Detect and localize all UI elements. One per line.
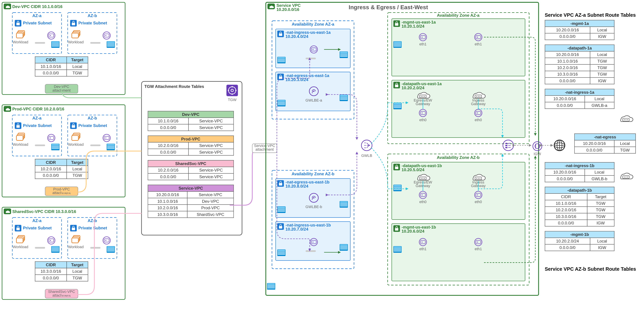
svc-rt-a-title: Service VPC AZ-a Subnet Route Tables bbox=[545, 12, 636, 18]
svg-text:AZ-b: AZ-b bbox=[88, 116, 97, 120]
svg-rect-56 bbox=[35, 145, 45, 146]
svg-text:Workload: Workload bbox=[13, 142, 28, 147]
svc-cidr: 10.20.0.0/16 bbox=[276, 7, 299, 12]
svg-text:eth0: eth0 bbox=[419, 200, 426, 204]
az-a-lbl-r: Availability Zone AZ-a bbox=[437, 13, 480, 17]
tgw-Service-VPC: Service-VPC10.20.0.0/16Service-VPC10.1.0… bbox=[148, 185, 234, 226]
svg-text:-nat-ingress-us-east-1b: -nat-ingress-us-east-1b bbox=[286, 223, 331, 227]
tgw-Dev-VPC: Dev-VPC10.1.0.0/16Service-VPC0.0.0.0/0Se… bbox=[148, 111, 234, 139]
rt--datapath-1b: -datapath-1bCIDRTarget10.1.0.0/16TGW10.2… bbox=[545, 187, 614, 234]
az-b-lbl-r: Availability Zone AZ-b bbox=[437, 155, 480, 160]
svg-text:Private Subnet: Private Subnet bbox=[23, 123, 52, 128]
svg-text:eth0: eth0 bbox=[475, 200, 482, 204]
svg-text:GWLBE-b: GWLBE-b bbox=[306, 205, 322, 209]
Dev-VPC-rt: CIDRTarget10.1.0.0/16Local0.0.0.0/0TGW bbox=[35, 56, 88, 81]
tgw-Prod-VPC: Prod-VPC10.2.0.0/16Service-VPC0.0.0.0/0S… bbox=[148, 136, 234, 163]
svc-att-l2: attachment bbox=[256, 147, 274, 152]
svg-text:-nat-ingress-us-east-1a: -nat-ingress-us-east-1a bbox=[286, 30, 331, 35]
svg-text:AZ-b: AZ-b bbox=[88, 13, 97, 18]
svg-text:Private Subnet: Private Subnet bbox=[23, 226, 52, 230]
gwlb-icon bbox=[362, 140, 372, 151]
svg-text:eth0: eth0 bbox=[419, 118, 426, 122]
svg-text:eth0: eth0 bbox=[475, 118, 482, 122]
svg-text:-datapath-us-east-1b: -datapath-us-east-1b bbox=[402, 163, 442, 168]
svg-text:Workload: Workload bbox=[13, 40, 28, 44]
tgw-title: TGW Attachment Route Tables bbox=[144, 84, 204, 89]
svg-rect-49 bbox=[90, 42, 100, 44]
svg-rect-71 bbox=[90, 247, 100, 249]
svg-text:-nat-egress-us-east-1b: -nat-egress-us-east-1b bbox=[286, 180, 329, 184]
svg-text:AZ-a: AZ-a bbox=[32, 116, 42, 120]
svg-text:10.20.4.0/24: 10.20.4.0/24 bbox=[286, 34, 308, 39]
diagram-canvas: Dev-VPC CIDR 10.1.0.0/16AZ-aPrivate Subn… bbox=[0, 0, 644, 312]
rt--nat-ingress-1b: -nat-ingress-1b10.20.0.0/16Local0.0.0.0/… bbox=[545, 162, 614, 190]
svc-cloud-icon bbox=[268, 3, 275, 9]
az-a-lbl-l: Availability Zone AZ-a bbox=[292, 22, 334, 26]
svg-text:AZ-a: AZ-a bbox=[32, 13, 42, 18]
svc-rt-icon bbox=[267, 283, 275, 290]
rt--mgmt-1b: -mgmt-1b10.20.2.0/24Local0.0.0.0/0IGW bbox=[545, 231, 614, 259]
rt-nat-egress: -nat-egress10.20.0.0/16Local0.0.0.0/0TGW bbox=[574, 133, 636, 161]
conn-svc bbox=[230, 148, 269, 205]
igw-label: IGW bbox=[534, 152, 541, 156]
svg-rect-76 bbox=[306, 58, 316, 59]
svg-text:AZ-b: AZ-b bbox=[88, 218, 97, 223]
svg-text:AZ-a: AZ-a bbox=[32, 218, 42, 223]
svg-text:SharedSvc-VPC   CIDR 10.3.0.0/: SharedSvc-VPC CIDR 10.3.0.0/16 bbox=[12, 209, 76, 214]
svc-heading: Ingress & Egress / East-West bbox=[349, 4, 428, 10]
mini-fw-b bbox=[620, 173, 633, 179]
tgw-label: TGW bbox=[228, 98, 236, 102]
tgw-icon bbox=[226, 85, 238, 96]
svg-text:Private Subnet: Private Subnet bbox=[78, 226, 107, 230]
svg-text:eth1: eth1 bbox=[475, 247, 482, 251]
svg-text:GWLBE-a: GWLBE-a bbox=[306, 98, 322, 102]
svg-text:Workload: Workload bbox=[68, 40, 84, 44]
svc-name: Service VPC bbox=[276, 3, 300, 8]
svg-text:Private Subnet: Private Subnet bbox=[78, 21, 107, 25]
svg-text:Private Subnet: Private Subnet bbox=[78, 123, 107, 128]
svg-text:Workload: Workload bbox=[13, 245, 28, 249]
Prod-VPC-rt: CIDRTarget10.2.0.0/16Local0.0.0.0/0TGW bbox=[35, 159, 88, 184]
svg-text:Workload: Workload bbox=[68, 142, 84, 147]
igw-icon bbox=[533, 142, 542, 151]
svg-text:Dev-VPC   CIDR 10.1.0.0/16: Dev-VPC CIDR 10.1.0.0/16 bbox=[12, 4, 62, 9]
svg-rect-60 bbox=[90, 145, 100, 146]
svg-text:10.20.6.0/24: 10.20.6.0/24 bbox=[402, 229, 424, 234]
svg-text:10.20.1.0/24: 10.20.1.0/24 bbox=[402, 24, 424, 28]
svg-text:10.20.8.0/24: 10.20.8.0/24 bbox=[286, 184, 308, 188]
svg-rect-85 bbox=[306, 250, 316, 252]
svg-text:eth1: eth1 bbox=[419, 247, 426, 251]
svg-text:-nat-egress-us-east-1a: -nat-egress-us-east-1a bbox=[286, 73, 329, 78]
az-b-lbl-l: Availability Zone AZ-b bbox=[292, 172, 334, 176]
svg-text:10.20.5.0/24: 10.20.5.0/24 bbox=[402, 167, 424, 172]
svg-text:attachment: attachment bbox=[52, 191, 71, 195]
mini-fw-a bbox=[620, 116, 633, 121]
svg-text:Workload: Workload bbox=[68, 245, 84, 249]
rt--datapath-1a: -datapath-1a10.20.0.0/16Local10.1.0.0/16… bbox=[545, 44, 614, 92]
svg-text:-datapath-us-east-1a: -datapath-us-east-1a bbox=[402, 81, 442, 86]
rt--mgmt-1a: -mgmt-1a10.20.0.0/16Local0.0.0.0/0IGW bbox=[545, 20, 614, 48]
svg-text:Private Subnet: Private Subnet bbox=[23, 21, 52, 25]
internet-icon bbox=[554, 140, 565, 151]
svg-text:attachment: attachment bbox=[52, 293, 71, 298]
svg-text:10.20.7.0/24: 10.20.7.0/24 bbox=[286, 227, 308, 232]
SharedSvc-VPC-rt: CIDRTarget10.3.0.0/16Local0.0.0.0/0TGW bbox=[35, 261, 88, 286]
svg-text:eth1: eth1 bbox=[475, 42, 482, 46]
tgw-SharedSvc-VPC: SharedSvc-VPC10.2.0.0/16Service-VPC0.0.0… bbox=[148, 160, 234, 188]
svg-rect-45 bbox=[35, 42, 45, 44]
rt--nat-ingress-1a: -nat-ingress-1a10.20.0.0/16Local0.0.0.0/… bbox=[545, 89, 614, 117]
svg-rect-67 bbox=[35, 247, 45, 249]
gwlb-label: GWLB bbox=[361, 153, 372, 158]
vpce-icon bbox=[503, 140, 514, 151]
svc-rt-b-title: Service VPC AZ-b Subnet Route Tables bbox=[545, 266, 636, 272]
svg-text:-mgmt-us-east-1b: -mgmt-us-east-1b bbox=[402, 225, 436, 229]
svg-text:-mgmt-us-east-1a: -mgmt-us-east-1a bbox=[402, 20, 436, 24]
svg-text:Prod-VPC   CIDR 10.2.0.0/16: Prod-VPC CIDR 10.2.0.0/16 bbox=[12, 107, 64, 111]
svg-text:eth1: eth1 bbox=[419, 42, 426, 46]
svg-text:10.20.2.0/24: 10.20.2.0/24 bbox=[402, 85, 424, 90]
